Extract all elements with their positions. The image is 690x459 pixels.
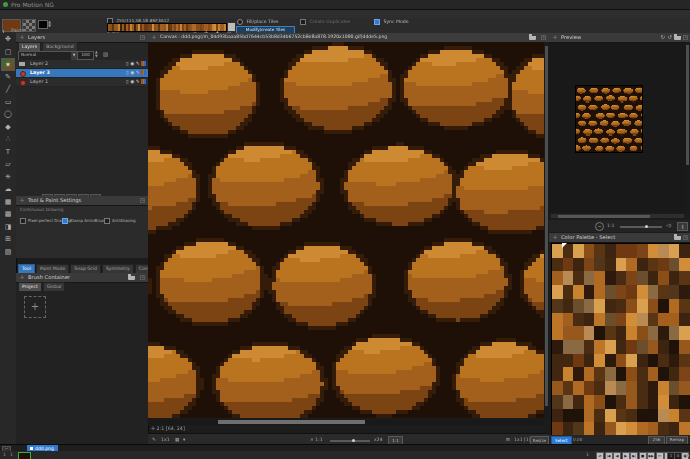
zoom-out-icon[interactable]: −: [595, 222, 604, 231]
preview-zoom-slider[interactable]: [620, 226, 662, 228]
transport-button[interactable]: ▶|: [630, 452, 638, 459]
current-frame-label: 1: [586, 452, 589, 457]
zoom-label: × 1:1: [310, 437, 323, 442]
settings-tab[interactable]: Snap Grid: [70, 264, 101, 273]
expand-icon[interactable]: ◳: [140, 274, 145, 280]
settings-tab[interactable]: Symmetry: [102, 264, 134, 273]
brush-preview-icon[interactable]: ▦: [175, 437, 179, 442]
move-tool[interactable]: ✥: [1, 33, 15, 46]
transport-button[interactable]: ■: [639, 452, 647, 459]
pin-icon[interactable]: ✛: [20, 274, 24, 280]
transport-button[interactable]: ⇄: [596, 452, 604, 459]
scrollbar-thumb[interactable]: [218, 420, 365, 424]
sound-icon[interactable]: ◁): [666, 223, 671, 228]
text-tool[interactable]: T: [1, 146, 15, 159]
layer-color-icon[interactable]: [141, 79, 146, 84]
layer-color-icon[interactable]: [141, 61, 146, 66]
slider-handle[interactable]: [645, 225, 648, 228]
expand-icon[interactable]: ◳: [683, 234, 688, 240]
zoom-slider[interactable]: [330, 440, 370, 442]
rectangle-tool[interactable]: ▭: [1, 96, 15, 109]
spray-tool[interactable]: ∴: [1, 133, 15, 146]
eraser-tool[interactable]: ▱: [1, 158, 15, 171]
pencil-tool[interactable]: ✎: [1, 71, 15, 84]
scrollbar-thumb[interactable]: [686, 45, 689, 165]
preview-vscrollbar[interactable]: [685, 42, 690, 213]
opacity-stepper[interactable]: ▲▼: [95, 51, 98, 58]
chevron-down-icon[interactable]: ▾: [183, 437, 185, 442]
folder-icon[interactable]: [674, 36, 681, 41]
layer-type-icon: [20, 80, 26, 86]
folder-icon[interactable]: [128, 276, 135, 281]
star-brush-tool[interactable]: ✳: [1, 171, 15, 184]
pin-icon[interactable]: ✛: [152, 34, 156, 40]
sync-mode-option[interactable]: Sync Mode: [374, 19, 409, 25]
layer-row[interactable]: Layer 2 ▯◉✎: [16, 60, 148, 69]
folder-icon: [19, 62, 25, 66]
continuous-drawing-label: Continuous Drawing: [20, 207, 64, 212]
add-brush-button[interactable]: +: [24, 296, 46, 318]
grid-tool[interactable]: ⊞: [1, 233, 15, 246]
pin-icon[interactable]: ✛: [20, 197, 24, 203]
slider-handle[interactable]: [352, 439, 355, 442]
rotate-icon[interactable]: ↺: [667, 34, 672, 40]
transport-button[interactable]: ↔: [656, 452, 664, 459]
refresh-icon[interactable]: ↻: [660, 34, 665, 40]
collapse-up-icon[interactable]: ▲: [686, 452, 690, 457]
magic-wand-tool[interactable]: ✶: [1, 58, 15, 71]
line-tool[interactable]: ╱: [1, 83, 15, 96]
transport-button[interactable]: ◀: [613, 452, 621, 459]
palette-page-icon[interactable]: [227, 22, 236, 32]
expand-icon[interactable]: ◳: [541, 34, 546, 40]
dither-tool[interactable]: ▨: [1, 246, 15, 259]
layer-opacity-field[interactable]: 100: [77, 51, 94, 60]
folder-icon[interactable]: [529, 36, 536, 41]
settings-tab[interactable]: Tool: [18, 264, 35, 273]
create-duplicates-option[interactable]: Create Duplicates: [300, 19, 350, 25]
pattern-tool[interactable]: ▩: [1, 208, 15, 221]
brush-container-tab[interactable]: Project: [18, 282, 42, 291]
pause-button[interactable]: ‖: [677, 222, 688, 231]
layer-row[interactable]: Layer 1 ▯◉✎: [16, 78, 148, 87]
tile-tool[interactable]: ▦: [1, 196, 15, 209]
transport-button[interactable]: ▶▶: [647, 452, 655, 459]
loop-infinite-icon[interactable]: ∞: [681, 452, 685, 457]
canvas-artwork[interactable]: [148, 42, 544, 418]
pin-icon[interactable]: ✛: [20, 34, 24, 40]
layer-row[interactable]: Layer 3 ▯◉✎: [16, 69, 148, 78]
palette-grid[interactable]: [551, 243, 690, 437]
smudge-tool[interactable]: ☁: [1, 183, 15, 196]
preview-thumbnail[interactable]: [575, 85, 643, 153]
tool-settings-option[interactable]: Stamp AnimBrush: [62, 218, 106, 224]
tool-settings-option[interactable]: AntiAliasing: [104, 218, 136, 224]
scrollbar-thumb[interactable]: [545, 46, 548, 406]
settings-tab[interactable]: Paint Mode: [36, 264, 69, 273]
pin-icon[interactable]: ✛: [553, 234, 557, 240]
preview-title: Preview: [561, 34, 581, 40]
checkbox-icon: [104, 218, 110, 224]
transparent-color-swatch[interactable]: [22, 19, 36, 32]
layer-effect-icon[interactable]: ▨: [103, 51, 108, 57]
select-rect-tool[interactable]: ▢: [1, 46, 15, 59]
folder-icon[interactable]: [674, 236, 681, 241]
image-brush-tool[interactable]: ◨: [1, 221, 15, 234]
tile-grid-icon[interactable]: ⊞: [506, 437, 510, 442]
expand-icon[interactable]: ◳: [140, 197, 145, 203]
transport-button[interactable]: |◀: [605, 452, 613, 459]
pen-icon[interactable]: ✎: [152, 437, 156, 442]
transport-button[interactable]: ▶: [622, 452, 630, 459]
expand-icon[interactable]: ◳: [683, 34, 688, 40]
color-stepper[interactable]: ▲▼: [48, 20, 53, 29]
fill-place-tiles-option[interactable]: Fill/place Tiles: [237, 19, 278, 25]
fill-tool[interactable]: ◆: [1, 121, 15, 134]
ellipse-tool[interactable]: ◯: [1, 108, 15, 121]
secondary-color-swatch[interactable]: [38, 20, 48, 29]
layers-tab[interactable]: Background: [42, 42, 77, 51]
brush-container-tab[interactable]: Global: [43, 282, 66, 291]
pin-icon[interactable]: ✛: [553, 34, 557, 40]
scrollbar-thumb[interactable]: [558, 215, 650, 218]
frame-thumbnail[interactable]: [18, 452, 31, 459]
layer-color-icon[interactable]: [141, 70, 146, 75]
expand-icon[interactable]: ◳: [140, 34, 145, 40]
layers-tab[interactable]: Layers: [18, 42, 41, 51]
